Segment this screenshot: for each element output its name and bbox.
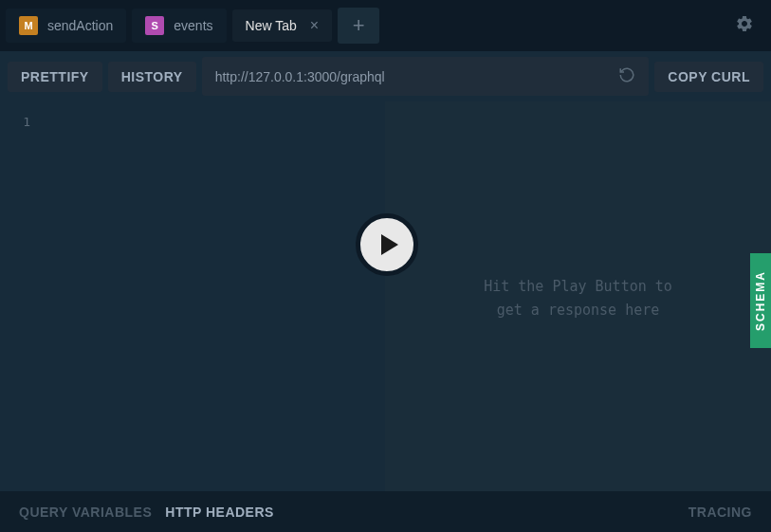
play-icon [381, 234, 398, 255]
http-headers-tab[interactable]: HTTP HEADERS [165, 504, 274, 520]
reload-button[interactable] [618, 66, 635, 86]
schema-toggle[interactable]: SCHEMA [750, 253, 771, 348]
response-placeholder: Hit the Play Button to get a response he… [484, 275, 672, 323]
tab-label: New Tab [246, 18, 297, 33]
mutation-badge-icon: M [19, 16, 38, 35]
subscription-badge-icon: S [145, 16, 164, 35]
line-number: 1 [8, 115, 30, 129]
main-area: 1 Hit the Play Button to get a response … [0, 101, 771, 496]
query-editor[interactable]: 1 [0, 101, 385, 496]
tab-label: sendAction [47, 18, 113, 33]
endpoint-url-input[interactable] [215, 69, 612, 84]
add-tab-button[interactable]: + [338, 8, 379, 44]
prettify-button[interactable]: PRETTIFY [8, 62, 102, 92]
url-input-container [202, 57, 650, 96]
copy-curl-button[interactable]: COPY CURL [654, 62, 763, 92]
tab-sendaction[interactable]: M sendAction [6, 9, 126, 43]
settings-button[interactable] [735, 14, 754, 37]
query-variables-tab[interactable]: QUERY VARIABLES [19, 504, 152, 520]
bottom-bar: QUERY VARIABLES HTTP HEADERS TRACING [0, 491, 771, 532]
tabs-bar: M sendAction S events New Tab × + [0, 0, 771, 51]
history-button[interactable]: HISTORY [108, 62, 196, 92]
response-pane: Hit the Play Button to get a response he… [385, 101, 771, 496]
plus-icon: + [353, 13, 365, 38]
tracing-tab[interactable]: TRACING [688, 504, 752, 520]
tab-label: events [174, 18, 212, 33]
gear-icon [735, 14, 754, 33]
close-icon[interactable]: × [310, 17, 319, 34]
execute-query-button[interactable] [356, 213, 418, 276]
tab-new[interactable]: New Tab × [232, 9, 333, 42]
tab-events[interactable]: S events [132, 9, 226, 43]
reload-icon [618, 66, 635, 83]
toolbar: PRETTIFY HISTORY COPY CURL [0, 51, 771, 101]
